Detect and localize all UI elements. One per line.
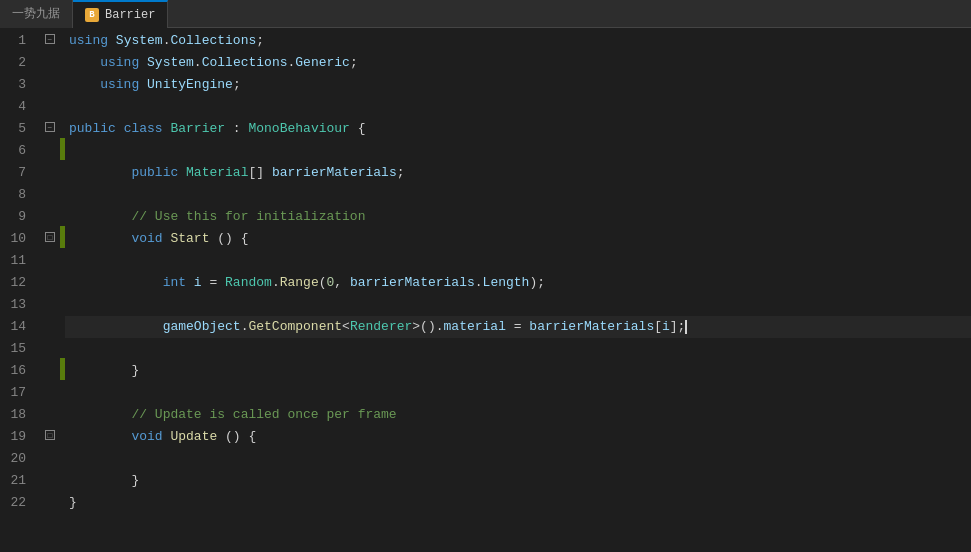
line-number-22: 22 xyxy=(0,492,32,514)
code-line-16: } xyxy=(65,360,971,382)
gutter-marker-20 xyxy=(40,446,60,468)
token-punct xyxy=(178,162,186,184)
gutter-marker-6 xyxy=(40,138,60,160)
line-number-17: 17 xyxy=(0,382,32,404)
code-line-11 xyxy=(65,250,971,272)
gutter-marker-5[interactable]: − xyxy=(40,116,60,138)
code-line-20 xyxy=(65,448,971,470)
tab-0[interactable]: 一势九据 xyxy=(0,0,73,28)
token-var: barrierMaterials xyxy=(350,272,475,294)
code-line-13 xyxy=(65,294,971,316)
tab-1[interactable]: B Barrier xyxy=(73,0,168,28)
gutter-marker-15 xyxy=(40,336,60,358)
gutter-marker-3 xyxy=(40,72,60,94)
token-var: gameObject xyxy=(163,316,241,338)
token-punct: } xyxy=(131,470,139,492)
code-line-19: void Update () { xyxy=(65,426,971,448)
token-punct xyxy=(139,74,147,96)
line-number-16: 16 xyxy=(0,360,32,382)
line-number-9: 9 xyxy=(0,206,32,228)
line-number-15: 15 xyxy=(0,338,32,360)
gutter-marker-13 xyxy=(40,292,60,314)
token-cl: Random xyxy=(225,272,272,294)
token- xyxy=(69,470,131,492)
token-var: barrierMaterials xyxy=(529,316,654,338)
gutter-marker-4 xyxy=(40,94,60,116)
token-nm: 0 xyxy=(327,272,335,294)
token- xyxy=(69,52,100,74)
gutter-marker-1[interactable]: − xyxy=(40,28,60,50)
code-line-17 xyxy=(65,382,971,404)
line-number-21: 21 xyxy=(0,470,32,492)
gutter-marker-18 xyxy=(40,402,60,424)
token- xyxy=(69,360,131,382)
token-punct: () { xyxy=(217,426,256,448)
fold-minus-1[interactable]: − xyxy=(45,34,55,44)
token-punct xyxy=(139,52,147,74)
line-number-11: 11 xyxy=(0,250,32,272)
token-method: Range xyxy=(280,272,319,294)
token-kw: void xyxy=(131,426,162,448)
token- xyxy=(69,228,131,250)
token- xyxy=(69,272,163,294)
fold-box-19[interactable]: □ xyxy=(45,430,55,440)
line-number-10: 10 xyxy=(0,228,32,250)
line-number-1: 1 xyxy=(0,30,32,52)
token-punct xyxy=(116,118,124,140)
token-punct: ]; xyxy=(670,316,686,338)
token-punct: ( xyxy=(319,272,327,294)
code-line-18: // Update is called once per frame xyxy=(65,404,971,426)
token-ns: Collections xyxy=(170,30,256,52)
fold-minus-5[interactable]: − xyxy=(45,122,55,132)
token-punct: [ xyxy=(654,316,662,338)
token-var: barrierMaterials xyxy=(272,162,397,184)
line-number-20: 20 xyxy=(0,448,32,470)
gutter-marker-14 xyxy=(40,314,60,336)
gutter-marker-9 xyxy=(40,204,60,226)
code-line-22: } xyxy=(65,492,971,514)
token-cl: Renderer xyxy=(350,316,412,338)
token-punct: ; xyxy=(256,30,264,52)
gutter-marker-11 xyxy=(40,248,60,270)
code-area: 12345678910111213141516171819202122 −−□□… xyxy=(0,28,971,552)
token-punct: } xyxy=(69,492,77,514)
token-punct: , xyxy=(334,272,350,294)
token-punct: . xyxy=(194,52,202,74)
token-ns: UnityEngine xyxy=(147,74,233,96)
token- xyxy=(69,316,163,338)
token-cl: MonoBehaviour xyxy=(248,118,349,140)
token-prop: Length xyxy=(483,272,530,294)
line-number-12: 12 xyxy=(0,272,32,294)
token-punct: [] xyxy=(248,162,271,184)
gutter-marker-19[interactable]: □ xyxy=(40,424,60,446)
code-content[interactable]: using System.Collections; using System.C… xyxy=(65,28,971,552)
code-line-15 xyxy=(65,338,971,360)
token-punct: ; xyxy=(397,162,405,184)
line-number-14: 14 xyxy=(0,316,32,338)
token-punct xyxy=(163,228,171,250)
token-var: i xyxy=(662,316,670,338)
token-ns: System xyxy=(116,30,163,52)
gutter-marker-17 xyxy=(40,380,60,402)
fold-box-10[interactable]: □ xyxy=(45,232,55,242)
token-punct: = xyxy=(506,316,529,338)
gutter-marker-12 xyxy=(40,270,60,292)
line-number-13: 13 xyxy=(0,294,32,316)
line-number-6: 6 xyxy=(0,140,32,162)
token-punct: } xyxy=(131,360,139,382)
tab-bar: 一势九据 B Barrier xyxy=(0,0,971,28)
gutter-marker-22 xyxy=(40,490,60,512)
token-punct: >(). xyxy=(412,316,443,338)
token-ns: Generic xyxy=(295,52,350,74)
token-punct: . xyxy=(475,272,483,294)
code-line-9: // Use this for initialization xyxy=(65,206,971,228)
editor: 一势九据 B Barrier 1234567891011121314151617… xyxy=(0,0,971,552)
token-punct: : xyxy=(225,118,248,140)
line-number-5: 5 xyxy=(0,118,32,140)
line-number-3: 3 xyxy=(0,74,32,96)
gutter-marker-10[interactable]: □ xyxy=(40,226,60,248)
token-cm: // Use this for initialization xyxy=(131,206,365,228)
tab-1-label: Barrier xyxy=(105,8,155,22)
code-line-21: } xyxy=(65,470,971,492)
line-number-2: 2 xyxy=(0,52,32,74)
